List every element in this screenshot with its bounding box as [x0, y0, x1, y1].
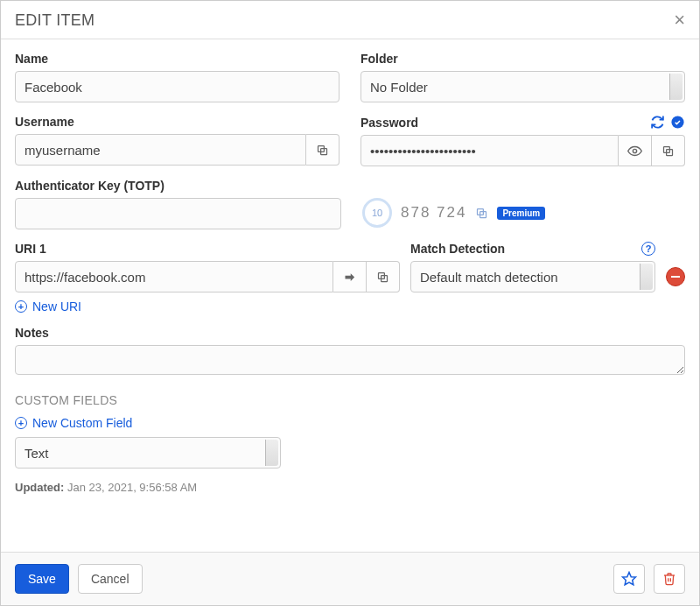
check-circle-icon [670, 115, 685, 130]
close-button[interactable]: × [674, 11, 685, 30]
totp-label: Authenticator Key (TOTP) [15, 179, 341, 193]
folder-label: Folder [360, 52, 685, 66]
modal-title: EDIT ITEM [15, 11, 94, 30]
favorite-button[interactable] [613, 564, 645, 594]
edit-item-modal: EDIT ITEM × Name Folder No Folder Userna… [0, 0, 700, 606]
launch-icon [343, 271, 356, 284]
password-label: Password [360, 116, 418, 130]
totp-countdown: 10 [362, 198, 392, 228]
svg-point-3 [633, 149, 636, 152]
new-custom-field-button[interactable]: + New Custom Field [15, 416, 132, 430]
username-label: Username [15, 115, 340, 129]
minus-icon [671, 276, 680, 278]
match-detection-label: Match Detection [410, 242, 505, 256]
toggle-password-button[interactable] [619, 135, 652, 166]
copy-password-button[interactable] [652, 135, 685, 166]
launch-uri-button[interactable] [333, 261, 367, 292]
totp-code: 878 724 [401, 204, 466, 222]
username-input[interactable] [15, 134, 306, 166]
password-input[interactable] [360, 135, 619, 166]
copy-icon [376, 271, 389, 284]
svg-marker-10 [623, 573, 636, 585]
custom-field-type-select[interactable]: Text [15, 437, 281, 469]
copy-icon [475, 207, 488, 220]
eye-icon [627, 144, 642, 159]
totp-input[interactable] [15, 198, 341, 229]
uri1-input[interactable] [15, 261, 333, 292]
match-detection-help[interactable]: ? [641, 242, 655, 256]
save-button[interactable]: Save [15, 564, 69, 594]
remove-uri-button[interactable] [666, 267, 685, 286]
notes-textarea[interactable] [15, 345, 685, 375]
name-label: Name [15, 52, 340, 66]
modal-header: EDIT ITEM × [1, 1, 699, 39]
name-input[interactable] [15, 71, 340, 102]
copy-icon [316, 144, 329, 157]
check-password-button[interactable] [670, 115, 685, 130]
copy-totp-button[interactable] [475, 207, 488, 220]
copy-icon [662, 144, 675, 158]
refresh-icon [650, 115, 665, 130]
match-detection-select[interactable]: Default match detection [410, 261, 655, 292]
premium-badge: Premium [497, 207, 545, 220]
copy-username-button[interactable] [306, 134, 340, 166]
star-icon [621, 571, 637, 587]
custom-fields-heading: CUSTOM FIELDS [15, 393, 685, 407]
svg-point-2 [671, 116, 683, 128]
modal-body: Name Folder No Folder Username [1, 39, 699, 552]
uri1-label: URI 1 [15, 242, 400, 256]
generate-password-button[interactable] [650, 115, 665, 130]
delete-button[interactable] [654, 564, 685, 594]
updated-timestamp: Updated: Jan 23, 2021, 9:56:58 AM [15, 481, 685, 494]
plus-circle-icon: + [15, 300, 27, 313]
plus-circle-icon: + [15, 417, 27, 429]
modal-footer: Save Cancel [1, 552, 699, 605]
trash-icon [662, 572, 676, 586]
new-uri-button[interactable]: + New URI [15, 299, 81, 314]
cancel-button[interactable]: Cancel [78, 564, 143, 594]
copy-uri-button[interactable] [367, 261, 400, 292]
notes-label: Notes [15, 326, 685, 340]
folder-select[interactable]: No Folder [360, 71, 685, 102]
